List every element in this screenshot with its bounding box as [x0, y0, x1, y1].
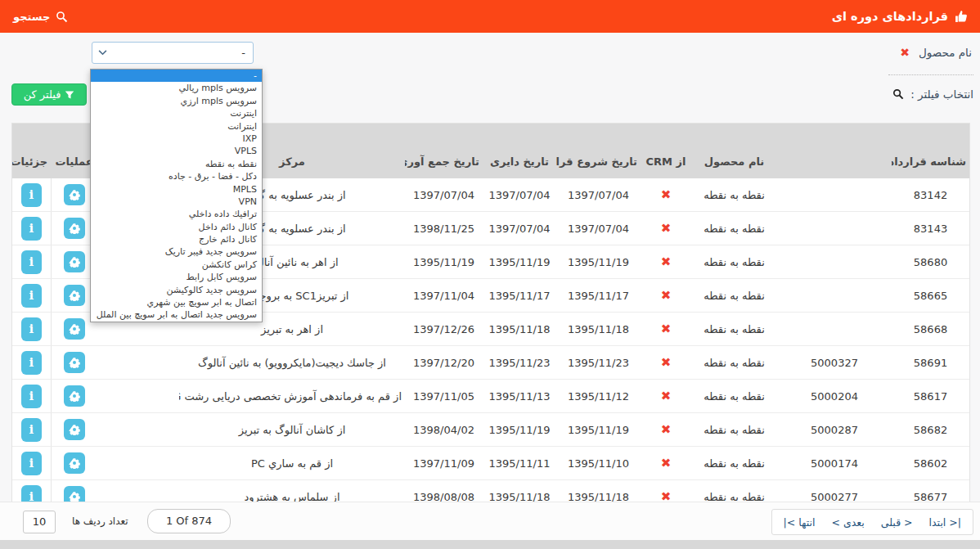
service-number-cell: 5000327 — [777, 346, 892, 380]
collect-date-cell: 1397/11/04 — [405, 279, 483, 313]
dropdown-option[interactable]: كانال دائم داخل — [91, 221, 262, 233]
dropdown-option[interactable]: IXP — [91, 133, 262, 145]
search-toggle[interactable]: جستجو — [13, 0, 68, 33]
start-date-cell: 1395/11/19 — [556, 245, 641, 279]
dropdown-option[interactable]: کراس کانکشن — [91, 259, 262, 271]
crm-cell: ✖ — [641, 212, 691, 245]
product-name-cell: نقطه به نقطه — [691, 279, 777, 313]
collect-date-cell: 1398/11/25 — [405, 212, 483, 245]
dropdown-option[interactable]: - — [91, 70, 262, 82]
table-row: 586915000327نقطه به نقطه✖1395/11/231395/… — [12, 346, 969, 380]
dropdown-option[interactable]: سرويس جديد فيبر تاريک — [91, 245, 262, 258]
details-info-button[interactable]: i — [21, 385, 42, 408]
chevron-down-icon — [98, 50, 107, 56]
remove-filter-icon[interactable]: ✖ — [900, 47, 910, 58]
service-number-cell: 5000204 — [777, 380, 892, 413]
product-dropdown-list: -سرويس mpls رياليسرويس mpls ارزياينترنتا… — [90, 69, 263, 322]
search-icon — [56, 11, 68, 23]
details-info-button[interactable]: i — [21, 284, 42, 308]
operations-gear-button[interactable] — [64, 385, 85, 407]
filter-separator — [888, 74, 973, 75]
dayeri-date-cell: 1397/07/04 — [483, 212, 556, 245]
contract-id-cell: 83142 — [892, 178, 969, 212]
operations-gear-button[interactable] — [64, 285, 85, 306]
center-cell: از جاسك دیجیت(مایکروویو) به نائین آنالوگ — [179, 346, 405, 380]
product-select-value: - — [241, 43, 245, 63]
contract-id-cell: 58691 — [892, 346, 969, 380]
start-date-cell: 1395/11/19 — [556, 413, 641, 447]
dayeri-date-cell: 1395/11/13 — [483, 380, 556, 413]
details-info-button[interactable]: i — [21, 183, 42, 207]
dropdown-option[interactable]: سرويس mpls ريالي — [91, 82, 262, 94]
table-row: 586825000287نقطه به نقطه✖1395/11/191395/… — [12, 413, 969, 447]
funnel-icon — [65, 90, 74, 100]
dropdown-option[interactable]: VPN — [91, 196, 262, 208]
collect-date-cell: 1397/07/04 — [405, 178, 483, 212]
column-header — [777, 124, 892, 178]
crm-cell: ✖ — [641, 447, 691, 480]
dropdown-option[interactable]: اتصال به ابر سويچ بين شهري — [91, 296, 262, 308]
details-cell: i — [12, 413, 51, 447]
choose-filter-row: انتخاب فیلتر : — [892, 88, 973, 101]
service-type-cell — [97, 380, 179, 413]
dropdown-option[interactable]: ترافيك داده داخلي — [91, 208, 262, 220]
column-header: تاریخ جمع آوری — [405, 124, 483, 178]
dropdown-option[interactable]: اينترانت — [91, 120, 262, 133]
service-number-cell — [777, 178, 892, 212]
service-type-cell — [97, 346, 179, 380]
operations-cell — [51, 413, 97, 447]
operations-gear-button[interactable] — [64, 251, 85, 272]
product-name-cell: نقطه به نقطه — [691, 447, 777, 480]
operations-gear-button[interactable] — [64, 352, 85, 373]
operations-gear-button[interactable] — [64, 218, 85, 239]
center-cell: از قم به ساري PC — [179, 447, 405, 480]
page-title: قراردادهای دوره ای — [832, 0, 969, 33]
details-info-button[interactable]: i — [21, 351, 42, 375]
pagination-first[interactable]: |< ابتدا — [929, 516, 961, 529]
details-info-button[interactable]: i — [21, 317, 42, 341]
apply-filter-button[interactable]: فیلتر کن — [11, 83, 87, 106]
operations-gear-button[interactable] — [64, 184, 85, 205]
pagination-previous[interactable]: < قبلی — [881, 516, 913, 529]
dropdown-option[interactable]: كانال دائم خارج — [91, 233, 262, 245]
table-row: 586025000174نقطه به نقطه✖1395/11/101395/… — [12, 447, 969, 480]
dropdown-option[interactable]: اينترنت — [91, 107, 262, 119]
pagination-next[interactable]: بعدی > — [832, 516, 865, 529]
operations-gear-button[interactable] — [64, 318, 85, 340]
details-info-button[interactable]: i — [21, 250, 42, 274]
crm-no-icon: ✖ — [661, 422, 672, 437]
details-info-button[interactable]: i — [21, 418, 42, 442]
page-size-box[interactable]: 10 — [23, 511, 56, 533]
collect-date-cell: 1397/12/20 — [405, 346, 483, 380]
column-header: نام محصول — [691, 124, 777, 178]
center-cell: از کاشان آنالوگ به تبریز — [179, 413, 405, 447]
dropdown-option[interactable]: دكل - فضا - برق - جاده — [91, 170, 262, 182]
service-type-cell — [97, 413, 179, 447]
dropdown-option[interactable]: سرويس جديد كالوكيشن — [91, 284, 262, 296]
details-info-button[interactable]: i — [21, 452, 42, 475]
product-select[interactable]: - — [92, 42, 254, 64]
details-cell: i — [12, 245, 51, 279]
dayeri-date-cell: 1395/11/18 — [483, 313, 556, 346]
dropdown-option[interactable]: نقطه به نقطه — [91, 158, 262, 170]
start-date-cell: 1395/11/12 — [556, 380, 641, 413]
operations-cell — [51, 380, 97, 413]
dropdown-option[interactable]: VPLS — [91, 145, 262, 157]
operations-gear-button[interactable] — [64, 419, 85, 440]
details-info-button[interactable]: i — [21, 217, 42, 241]
dropdown-option[interactable]: سرويس كابل رابط — [91, 271, 262, 283]
dropdown-option[interactable]: سرويس mpls ارزي — [91, 95, 262, 107]
dropdown-option[interactable]: سرويس جديد اتصال به ابر سويچ بين الملل — [91, 308, 262, 321]
crm-no-icon: ✖ — [661, 389, 672, 403]
start-date-cell: 1397/07/04 — [556, 178, 641, 212]
pagination-last[interactable]: انتها >| — [784, 516, 816, 529]
service-number-cell — [777, 313, 892, 346]
start-date-cell: 1397/07/04 — [556, 212, 641, 245]
details-cell: i — [12, 447, 51, 480]
start-date-cell: 1395/11/23 — [556, 346, 641, 380]
dropdown-option[interactable]: MPLS — [91, 183, 262, 196]
filter-search-icon — [892, 88, 904, 100]
operations-gear-button[interactable] — [64, 452, 85, 474]
service-number-cell — [777, 212, 892, 245]
details-cell: i — [12, 279, 51, 313]
